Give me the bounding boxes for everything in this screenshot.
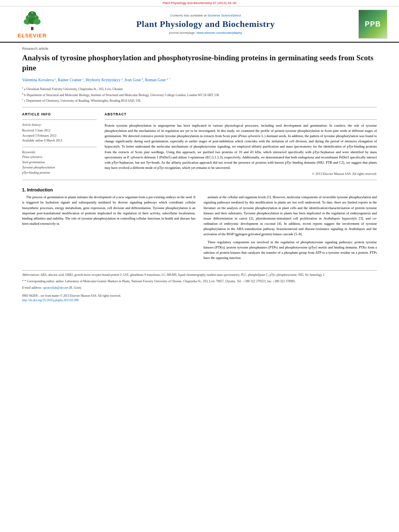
- journal-header: ELSEVIER Contents lists available at Sci…: [0, 6, 399, 43]
- article-info-heading: ARTICLE INFO: [22, 112, 97, 116]
- issn-line: 0981-9428/$ – see front matter © 2013 El…: [22, 294, 377, 303]
- section-number: 1.: [22, 187, 26, 192]
- affiliation-b: b b Department of Structural and Molecul…: [22, 92, 377, 98]
- keyword-1: Pinus sylvestris: [22, 155, 97, 160]
- history-label: Article history:: [22, 123, 97, 127]
- issn-text: 0981-9428/$ – see front matter © 2013 El…: [22, 294, 377, 298]
- svg-point-6: [33, 19, 41, 25]
- abbreviations-footnote: Abbreviations: ABA, abscisic acid; GRB2,…: [22, 273, 377, 277]
- svg-rect-7: [31, 27, 33, 30]
- abstract-heading: ABSTRACT: [105, 112, 377, 116]
- info-divider-mid: [22, 147, 97, 147]
- journal-title: Plant Physiology and Biochemistry: [60, 19, 351, 29]
- body-divider-top: [22, 180, 377, 180]
- accepted-date: Accepted 5 February 2013: [22, 134, 97, 139]
- elsevier-logo-area: ELSEVIER: [8, 10, 56, 39]
- introduction-section: 1. Introduction The process of germinati…: [0, 183, 399, 263]
- corresponding-detail: author. Laboratory of Molecular-Genetic …: [56, 279, 296, 283]
- journal-citation: Plant Physiology and Biochemistry 67 (20…: [162, 1, 237, 5]
- journal-homepage: journal homepage: www.elsevier.com/locat…: [60, 31, 351, 35]
- intro-right-para1: animals at the cellular and organism lev…: [204, 195, 377, 237]
- page: Plant Physiology and Biochemistry 67 (20…: [0, 0, 399, 302]
- keywords-label: Keywords:: [22, 150, 97, 154]
- journal-title-area: Contents lists available at SciVerse Sci…: [60, 14, 351, 35]
- elsevier-wordmark: ELSEVIER: [18, 33, 47, 39]
- article-info-abstract-section: ARTICLE INFO Article history: Received 3…: [0, 109, 399, 176]
- doi-url[interactable]: http://dx.doi.org/10.1016/j.plaphy.2013.…: [22, 298, 78, 302]
- keyword-2: Seed germination: [22, 160, 97, 165]
- email-suffix: (R. Gout).: [68, 286, 82, 290]
- affiliation-c: c c Department of Chemistry, University …: [22, 98, 377, 103]
- doi-link: http://dx.doi.org/10.1016/j.plaphy.2013.…: [22, 298, 377, 302]
- footnotes-divider: [22, 270, 377, 271]
- abstract-text: Protein tyrosine phosphorylation in angi…: [105, 123, 377, 171]
- intro-left-para1: The process of germination in plants ini…: [22, 195, 195, 226]
- copyright-notice: © 2013 Elsevier Masson SAS. All rights r…: [105, 172, 377, 176]
- sciverse-line: Contents lists available at SciVerse Sci…: [60, 14, 351, 17]
- article-type-label: Research article: [22, 47, 377, 51]
- journal-citation-bar: Plant Physiology and Biochemistry 67 (20…: [0, 0, 399, 6]
- ppb-cover-image: PPB: [358, 10, 387, 39]
- section-title-text: Introduction: [27, 187, 53, 192]
- journal-cover-area: PPB: [355, 10, 391, 39]
- received-date: Received 3 June 2012: [22, 128, 97, 134]
- info-divider-top: [22, 119, 97, 120]
- footnotes-area: Abbreviations: ABA, abscisic acid; GRB2,…: [0, 270, 399, 302]
- article-header: Research article Analysis of tyrosine ph…: [0, 43, 399, 104]
- section-divider: [22, 107, 377, 107]
- affiliation-a: a a Ukrainian National Forestry Universi…: [22, 86, 377, 92]
- svg-point-10: [35, 16, 36, 17]
- intro-right-col: animals at the cellular and organism lev…: [204, 195, 377, 263]
- article-info-column: ARTICLE INFO Article history: Received 3…: [22, 112, 97, 176]
- affiliations-block: a a Ukrainian National Forestry Universi…: [22, 86, 377, 103]
- svg-point-8: [31, 12, 33, 14]
- keyword-4: pTyr-binding proteins: [22, 170, 97, 176]
- corresponding-author-note: * * Corresponding author. author. Labora…: [22, 279, 377, 284]
- available-date: Available online 6 March 2013: [22, 138, 97, 144]
- ppb-label: PPB: [365, 20, 381, 29]
- abstract-column: ABSTRACT Protein tyrosine phosphorylatio…: [105, 112, 377, 176]
- intro-right-para2: Three regulatory components are involved…: [204, 240, 377, 261]
- article-title: Analysis of tyrosine phosphorylation and…: [22, 53, 377, 73]
- homepage-url[interactable]: www.elsevier.com/locate/plaphy: [197, 31, 242, 35]
- introduction-heading: 1. Introduction: [22, 187, 377, 192]
- introduction-two-col: The process of germination in plants ini…: [22, 195, 377, 263]
- email-line: E-mail address: rgoutroilab@ukr.net (R. …: [22, 286, 377, 290]
- keyword-3: Tyrosine phosphorylation: [22, 165, 97, 170]
- footnotes-block: Abbreviations: ABA, abscisic acid; GRB2,…: [22, 273, 377, 277]
- svg-point-9: [28, 16, 29, 17]
- authors-line: Valentina Kovaleva a, Rainer Cramer c, H…: [22, 77, 377, 83]
- sciverse-prefix: Contents lists available at: [170, 14, 208, 17]
- email-address[interactable]: rgoutroilab@ukr.net: [43, 286, 68, 290]
- corresponding-label: * Corresponding: [25, 279, 45, 283]
- sciverse-link[interactable]: SciVerse ScienceDirect: [208, 14, 241, 17]
- homepage-label: journal homepage:: [169, 31, 197, 35]
- abstract-divider: [105, 119, 377, 120]
- elsevier-tree-icon: [21, 10, 43, 32]
- intro-left-col: The process of germination in plants ini…: [22, 195, 195, 263]
